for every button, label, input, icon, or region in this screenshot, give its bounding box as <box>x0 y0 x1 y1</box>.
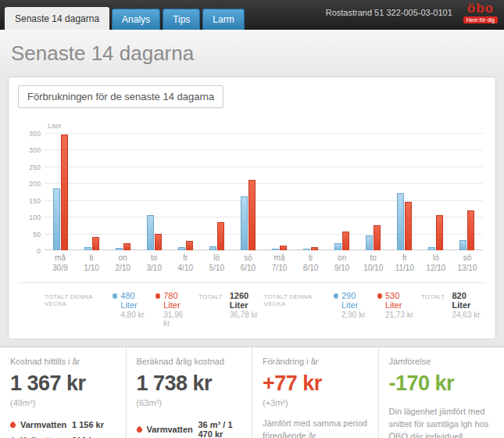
bar-varmvatten <box>280 246 287 250</box>
bar-varmvatten <box>92 237 99 250</box>
bar-group: fr4/10 <box>170 133 200 273</box>
bar-kallvatten <box>334 243 341 250</box>
x-axis-label: ti8/10 <box>303 253 318 273</box>
tab-tips[interactable]: Tips <box>163 9 200 30</box>
hot-water-droplet-icon <box>9 421 17 429</box>
x-axis-label: lö5/10 <box>209 253 224 273</box>
hot-water-dot-icon <box>377 293 382 299</box>
hot-water-row: Varmvatten 36 m³ / 1 470 kr <box>137 420 242 438</box>
hot-water-label: Varmvatten <box>147 425 194 434</box>
stat-title: Jämförelse <box>389 357 495 366</box>
week-summaries: TOTALT DENNA VECKA 480 Liter 4,80 kr 780… <box>18 282 486 331</box>
bar-varmvatten <box>342 232 349 250</box>
stats-footer: Kostnad hittills i år 1 367 kr (49m³) Va… <box>0 346 504 438</box>
y-tick-label: 50 <box>21 231 41 239</box>
bar-kallvatten <box>459 240 466 250</box>
y-tick-label: 0 <box>21 247 41 255</box>
bar-group: ti1/10 <box>77 133 106 273</box>
bar-varmvatten <box>61 135 68 250</box>
bar-varmvatten <box>405 202 412 250</box>
tab-senaste-14-dagarna[interactable]: Senaste 14 dagarna <box>5 7 109 30</box>
bar-varmvatten <box>248 180 256 250</box>
bar-kallvatten <box>147 215 154 250</box>
page-title: Senaste 14 dagarna <box>11 41 493 66</box>
cold-water-dot-icon <box>113 293 117 299</box>
stat-value: -170 kr <box>389 372 495 396</box>
stat-comparison: Jämförelse -170 kr Din lägenhet jämfört … <box>379 347 504 438</box>
hot-water-label: Varmvatten <box>20 420 67 429</box>
bar-group: lö12/10 <box>421 133 451 273</box>
y-tick-label: 200 <box>21 180 41 188</box>
bar-group: on2/10 <box>108 133 138 273</box>
tab-larm[interactable]: Larm <box>202 9 244 30</box>
y-tick-label: 100 <box>21 214 41 221</box>
bar-chart-weeks: må30/9ti1/10on2/10to3/10fr4/10lö5/10sö6/… <box>45 133 486 273</box>
bar-kallvatten <box>241 196 248 250</box>
bar-group: fr11/10 <box>390 133 420 273</box>
bar-kallvatten <box>303 249 310 250</box>
bar-group: lö5/10 <box>202 133 231 273</box>
x-axis-label: fr4/10 <box>178 253 193 273</box>
week-group: må30/9ti1/10on2/10to3/10fr4/10lö5/10sö6/… <box>45 133 264 273</box>
bar-kallvatten <box>53 188 60 250</box>
bar-kallvatten <box>428 247 435 250</box>
consumption-chart-panel: Förbrukningen för de senaste 14 dagarna … <box>8 77 496 339</box>
main-tab-bar: Senaste 14 dagarna Analys Tips Larm <box>5 7 245 30</box>
bar-varmvatten <box>186 241 193 250</box>
x-axis-label: to10/10 <box>363 253 383 273</box>
stat-cost-so-far: Kostnad hittills i år 1 367 kr (49m³) Va… <box>0 347 127 438</box>
stat-estimated-annual-cost: Beräknad årlig kostnad 1 738 kr (63m³) V… <box>127 347 253 438</box>
bar-kallvatten <box>116 248 123 250</box>
bar-varmvatten <box>217 222 224 250</box>
x-axis-label: on9/10 <box>334 253 349 273</box>
bar-kallvatten <box>84 247 91 250</box>
stat-title: Förändring i år <box>263 357 368 366</box>
hot-water-liters: 780 Liter <box>163 291 191 310</box>
stat-value: +77 kr <box>263 372 368 396</box>
bar-group: sö13/10 <box>452 133 482 273</box>
hot-water-summary: 530 Liter 21,73 kr <box>377 291 414 319</box>
bar-kallvatten <box>178 247 185 250</box>
y-tick-label: 150 <box>21 197 41 205</box>
stat-note: Jämfört med samma period föregående år. <box>263 418 368 438</box>
week-total-label: TOTALT DENNA VECKA <box>45 291 105 307</box>
x-axis-label: må7/10 <box>272 253 287 273</box>
bar-group: må7/10 <box>265 133 295 273</box>
stat-change-this-year: Förändring i år +77 kr (+3m³) Jämfört me… <box>252 347 379 438</box>
hot-water-value: 36 m³ / 1 470 kr <box>198 420 242 438</box>
hot-water-droplet-icon <box>135 425 143 433</box>
chart-title: Förbrukningen för de senaste 14 dagarna <box>18 85 223 108</box>
stat-value: 1 738 kr <box>137 372 242 396</box>
bar-varmvatten <box>123 243 130 250</box>
hot-water-summary: 780 Liter 31,96 kr <box>155 291 191 328</box>
bar-kallvatten <box>272 249 279 250</box>
cold-water-cost: 4,80 kr <box>120 311 148 319</box>
obo-logo: öbo Hem för dig <box>463 2 498 23</box>
cold-water-summary: 480 Liter 4,80 kr <box>113 291 148 319</box>
bar-group: to3/10 <box>139 133 169 273</box>
hot-water-row: Varmvatten 1 156 kr <box>10 420 116 429</box>
page-title-section: Senaste 14 dagarna <box>0 30 504 77</box>
stat-note: Din lägenhet jämfört med snittet för sam… <box>389 406 495 438</box>
x-axis-label: sö6/10 <box>241 253 256 273</box>
bar-chart: Liter 050100150200250300350 må30/9ti1/10… <box>18 133 486 273</box>
total-label: TOTALT <box>198 291 223 300</box>
bar-kallvatten <box>397 193 404 250</box>
obo-logo-tagline: Hem för dig <box>463 16 498 23</box>
tab-analys[interactable]: Analys <box>112 9 160 30</box>
total-cost: 24,63 kr <box>452 311 483 319</box>
stat-sub: (+3m³) <box>263 398 368 407</box>
obo-logo-text: öbo <box>467 2 494 15</box>
bar-group: må30/9 <box>45 133 75 273</box>
stat-title: Beräknad årlig kostnad <box>137 357 242 366</box>
y-tick-label: 350 <box>21 130 41 138</box>
stat-sub: (49m³) <box>10 398 116 407</box>
cold-water-liters: 290 Liter <box>341 291 370 310</box>
header-right-area: Rostastrand 51 322-005-03-0101 öbo Hem f… <box>326 2 504 30</box>
total-liters: 1260 Liter <box>230 291 264 310</box>
hot-water-value: 1 156 kr <box>72 420 104 429</box>
bar-kallvatten <box>209 246 216 250</box>
hot-water-liters: 530 Liter <box>385 291 414 310</box>
x-axis-label: fr11/10 <box>395 253 414 273</box>
total-liters: 820 Liter <box>452 291 483 310</box>
